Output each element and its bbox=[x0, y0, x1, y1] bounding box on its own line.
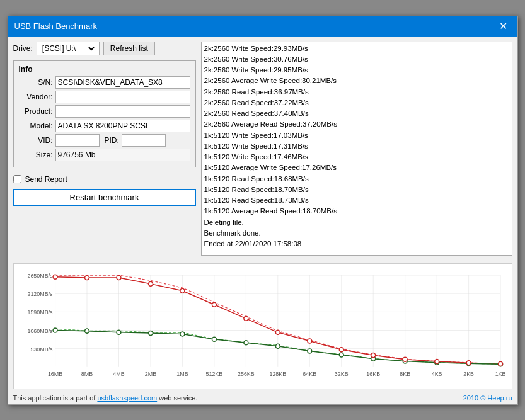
svg-point-49 bbox=[339, 353, 343, 357]
model-input[interactable] bbox=[55, 120, 190, 132]
svg-text:32KB: 32KB bbox=[334, 370, 348, 377]
model-row: Model: bbox=[19, 120, 190, 132]
svg-text:8KB: 8KB bbox=[400, 370, 410, 377]
footer: This application is a part of usbflashsp… bbox=[8, 392, 517, 404]
window-title: USB Flash Benchmark bbox=[14, 21, 98, 31]
svg-text:1590MB/s: 1590MB/s bbox=[27, 309, 53, 315]
svg-text:256KB: 256KB bbox=[237, 370, 254, 377]
svg-text:1KB: 1KB bbox=[495, 370, 505, 377]
product-row: Product: bbox=[19, 105, 190, 118]
svg-point-41 bbox=[84, 329, 89, 333]
svg-text:128KB: 128KB bbox=[269, 370, 286, 377]
svg-point-45 bbox=[212, 337, 216, 341]
size-label: Size: bbox=[19, 150, 53, 159]
refresh-list-button[interactable]: Refresh list bbox=[103, 42, 155, 55]
log-line: 2k:2560 Read Speed:36.97MB/s bbox=[204, 87, 509, 98]
log-line: 2k:2560 Average Read Speed:37.20MB/s bbox=[204, 119, 509, 130]
svg-text:530MB/s: 530MB/s bbox=[30, 346, 53, 352]
title-bar: USB Flash Benchmark ✕ bbox=[8, 16, 517, 37]
svg-point-57 bbox=[117, 275, 121, 280]
log-line: Deleting file. bbox=[204, 217, 509, 228]
svg-text:1060MB/s: 1060MB/s bbox=[27, 327, 53, 334]
log-line: 1k:5120 Read Speed:18.68MB/s bbox=[204, 174, 509, 184]
footer-copyright: 2010 © Heep.ru bbox=[463, 394, 512, 402]
chart-svg: 2650MB/s2120MB/s1590MB/s1060MB/s530MB/s1… bbox=[19, 269, 507, 386]
svg-point-67 bbox=[434, 359, 439, 363]
log-line: 1k:5120 Average Read Speed:18.70MB/s bbox=[204, 206, 509, 217]
svg-point-68 bbox=[466, 360, 471, 365]
svg-text:16MB: 16MB bbox=[47, 370, 62, 377]
send-report-label[interactable]: Send Report bbox=[25, 175, 67, 184]
log-line: 1k:5120 Write Speed:17.31MB/s bbox=[204, 141, 509, 152]
log-line: 2k:2560 Read Speed:37.22MB/s bbox=[204, 98, 509, 108]
svg-point-63 bbox=[307, 339, 311, 343]
pid-input[interactable] bbox=[122, 134, 166, 147]
log-line: 2k:2560 Read Speed:37.40MB/s bbox=[204, 108, 509, 119]
vendor-input[interactable] bbox=[55, 91, 190, 103]
sn-row: S/N: bbox=[19, 76, 190, 89]
svg-text:2KB: 2KB bbox=[463, 370, 474, 377]
svg-text:1MB: 1MB bbox=[176, 370, 188, 377]
product-input[interactable] bbox=[55, 105, 190, 118]
svg-text:16KB: 16KB bbox=[366, 370, 380, 377]
log-line: 1k:5120 Read Speed:18.73MB/s bbox=[204, 195, 509, 206]
footer-text: This application is a part of usbflashsp… bbox=[13, 394, 198, 402]
svg-point-48 bbox=[307, 349, 311, 353]
footer-link[interactable]: usbflashspeed.com bbox=[97, 394, 157, 402]
svg-point-69 bbox=[498, 361, 502, 366]
vid-label: VID: bbox=[19, 136, 53, 145]
info-group: Info S/N: Vendor: Product: Model: bbox=[13, 60, 196, 167]
svg-point-56 bbox=[84, 275, 89, 280]
svg-text:4MB: 4MB bbox=[113, 370, 124, 377]
close-button[interactable]: ✕ bbox=[495, 20, 511, 33]
drive-label: Drive: bbox=[13, 44, 33, 53]
sn-input[interactable] bbox=[55, 76, 190, 89]
log-line: 1k:5120 Write Speed:17.03MB/s bbox=[204, 130, 509, 141]
size-row: Size: bbox=[19, 149, 190, 161]
log-line: 1k:5120 Write Speed:17.46MB/s bbox=[204, 152, 509, 162]
vendor-label: Vendor: bbox=[19, 93, 53, 101]
svg-text:512KB: 512KB bbox=[205, 370, 222, 377]
drive-row: Drive: [SCSI] U:\ Refresh list bbox=[13, 42, 196, 55]
send-report-checkbox[interactable] bbox=[13, 175, 21, 183]
log-line: Ended at 22/01/2020 17:58:08 bbox=[204, 239, 509, 249]
svg-point-60 bbox=[212, 302, 216, 307]
log-line: 1k:5120 Average Write Speed:17.26MB/s bbox=[204, 162, 509, 173]
main-content: Drive: [SCSI] U:\ Refresh list Info S/N:… bbox=[8, 37, 517, 261]
left-panel: Drive: [SCSI] U:\ Refresh list Info S/N:… bbox=[13, 42, 196, 256]
svg-point-42 bbox=[117, 330, 121, 334]
vid-input[interactable] bbox=[55, 134, 100, 147]
log-line: Benchmark done. bbox=[204, 228, 509, 239]
svg-text:8MB: 8MB bbox=[81, 370, 92, 377]
drive-dropdown[interactable]: [SCSI] U:\ bbox=[40, 43, 96, 54]
svg-point-58 bbox=[148, 281, 153, 286]
svg-text:2MB: 2MB bbox=[144, 370, 156, 377]
send-report-row: Send Report bbox=[13, 175, 196, 184]
log-panel[interactable]: 2k:2560 Write Speed:29.93MB/s2k:2560 Wri… bbox=[201, 42, 512, 256]
svg-point-66 bbox=[403, 357, 407, 361]
restart-benchmark-button[interactable]: Restart benchmark bbox=[13, 189, 196, 206]
svg-text:2120MB/s: 2120MB/s bbox=[27, 291, 53, 297]
svg-point-55 bbox=[53, 275, 57, 279]
svg-point-43 bbox=[148, 331, 153, 335]
main-window: USB Flash Benchmark ✕ Drive: [SCSI] U:\ … bbox=[8, 16, 518, 405]
svg-point-46 bbox=[243, 340, 248, 344]
info-group-title: Info bbox=[19, 65, 190, 74]
model-label: Model: bbox=[19, 122, 53, 130]
product-label: Product: bbox=[19, 107, 53, 116]
log-line: 2k:2560 Write Speed:29.93MB/s bbox=[204, 43, 509, 54]
svg-text:4KB: 4KB bbox=[431, 370, 442, 377]
chart-area: 2650MB/s2120MB/s1590MB/s1060MB/s530MB/s1… bbox=[13, 263, 512, 389]
svg-point-64 bbox=[339, 347, 343, 351]
svg-point-47 bbox=[275, 344, 280, 348]
svg-point-65 bbox=[371, 353, 375, 357]
log-line: 1k:5120 Read Speed:18.70MB/s bbox=[204, 184, 509, 195]
drive-select-wrapper[interactable]: [SCSI] U:\ bbox=[37, 42, 100, 55]
size-input bbox=[55, 149, 190, 161]
svg-point-44 bbox=[180, 332, 184, 336]
log-line: 2k:2560 Write Speed:30.76MB/s bbox=[204, 54, 509, 65]
svg-point-62 bbox=[275, 330, 280, 334]
svg-point-61 bbox=[243, 316, 248, 321]
vid-pid-row: VID: PID: bbox=[19, 134, 190, 147]
log-line: 2k:2560 Average Write Speed:30.21MB/s bbox=[204, 76, 509, 86]
